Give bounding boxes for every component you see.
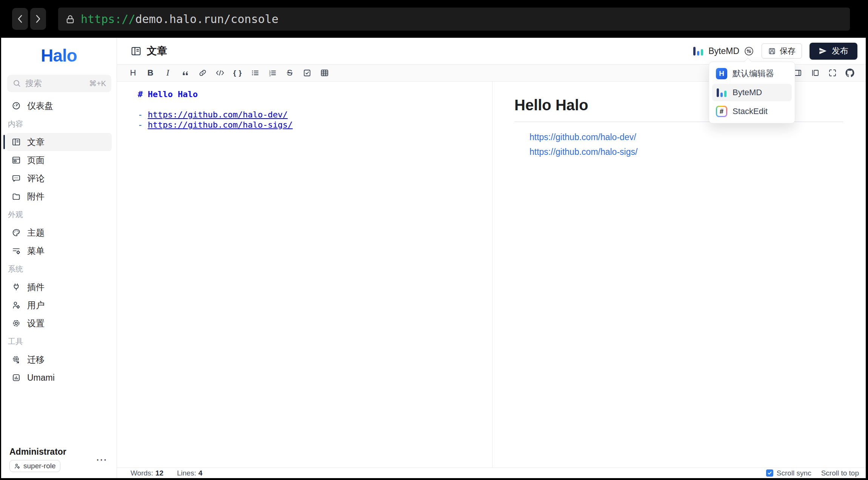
sidebar-item-dashboard[interactable]: 仪表盘 [6,97,112,115]
braces-glyph: { } [233,69,242,77]
sidebar-item-comments[interactable]: 评论 [6,169,112,187]
svg-text:3: 3 [269,74,271,77]
editor-switcher-label: ByteMD [708,46,739,56]
dropdown-item-label: StackEdit [733,106,768,116]
dropdown-item-bytemd[interactable]: ByteMD [712,84,792,101]
sidebar-item-attachments[interactable]: 附件 [6,187,112,205]
md-link[interactable]: https://github.com/halo-sigs/ [148,120,293,130]
code-block-button[interactable]: { } [233,67,242,79]
sidebar-item-pages[interactable]: 页面 [6,151,112,169]
sidebar-item-umami[interactable]: Umami [6,369,112,387]
comment-icon [12,174,21,183]
gauge-icon [12,101,21,110]
publish-button[interactable]: 发布 [810,43,857,60]
word-count-value: 12 [155,469,163,477]
editor-workspace: # Hello Halo - https://github.com/halo-d… [117,82,866,468]
check-icon [767,471,772,475]
url-host: demo.halo.run/console [135,12,279,26]
sidebar-item-label: 用户 [27,299,45,311]
save-button-label: 保存 [780,46,796,56]
header-actions: ByteMD 保存 发布 [693,43,857,60]
fullscreen-button[interactable] [828,67,837,79]
scroll-sync-label: Scroll sync [777,469,811,477]
sidebar-item-label: 迁移 [27,354,45,366]
md-list-line: - https://github.com/halo-sigs/ [138,120,481,130]
strikethrough-button[interactable]: S [285,67,294,79]
palette-icon [12,228,21,237]
github-link-button[interactable] [845,67,854,79]
chevron-left-icon [16,14,24,24]
markdown-preview: Hello Halo https://github.com/halo-dev/ … [492,82,866,468]
md-link[interactable]: https://github.com/halo-dev/ [148,110,288,119]
url-text: https://demo.halo.run/console [81,12,279,26]
url-scheme: https:// [81,12,135,26]
table-button[interactable] [320,67,329,79]
blockquote-button[interactable] [180,67,190,79]
sidebar-item-label: Umami [27,373,55,383]
sidebar-item-migration[interactable]: 迁移 [6,350,112,369]
sidebar-item-plugins[interactable]: 插件 [6,278,112,296]
address-bar[interactable]: https://demo.halo.run/console [58,8,850,31]
gear-icon [12,319,21,328]
sidebar-item-label: 仪表盘 [27,100,53,112]
sidebar-item-themes[interactable]: 主题 [6,224,112,242]
bold-button[interactable]: B [146,67,155,79]
link-icon [198,68,207,77]
md-list-marker: - [138,120,148,130]
heading-button[interactable]: H [128,67,138,79]
markdown-editor[interactable]: # Hello Halo - https://github.com/halo-d… [117,82,492,468]
word-count-label: Words: [131,469,153,477]
toc-toggle-button[interactable] [810,67,820,79]
lock-icon [65,14,75,25]
page-icon [12,156,21,165]
strikethrough-glyph: S [287,68,292,78]
logo[interactable]: Halo [1,38,117,73]
heading-glyph: H [130,68,136,78]
search-input[interactable] [25,79,85,88]
list-item: https://github.com/halo-sigs/ [529,147,843,157]
github-icon [845,68,854,77]
sidebar-item-label: 文章 [27,136,45,148]
italic-button[interactable]: I [163,67,172,79]
task-checkbox-icon [303,68,312,77]
sidebar-item-label: 插件 [27,281,45,293]
user-menu-button[interactable]: ⋯ [96,453,108,466]
browser-forward-button[interactable] [30,8,46,30]
word-count: Words:12 [131,469,163,477]
sidebar-item-users[interactable]: 用户 [6,296,112,314]
preview-link[interactable]: https://github.com/halo-dev/ [529,132,636,142]
md-list-marker: - [138,110,148,119]
sidebar: Halo ⌘+K 仪表盘 内容 文章 页面 评论 [1,38,117,478]
sidebar-item-settings[interactable]: 设置 [6,314,112,332]
sidebar-footer: Administrator super-role ⋯ [1,441,117,478]
task-list-button[interactable] [302,67,312,79]
scroll-sync-checkbox[interactable] [766,469,773,477]
sidebar-item-posts[interactable]: 文章 [6,133,112,151]
editor-switcher[interactable]: ByteMD [693,45,754,57]
md-blank-line [138,99,481,110]
analytics-icon [12,373,21,382]
editor-statusbar: Words:12 Lines:4 Scroll sync Scroll to t… [117,468,866,478]
unordered-list-button[interactable] [250,67,260,79]
section-label-system: 系统 [1,260,117,278]
ordered-list-button[interactable]: 123 [268,67,277,79]
code-icon [215,68,225,77]
scroll-to-top-button[interactable]: Scroll to top [821,469,859,477]
dropdown-item-label: ByteMD [733,88,762,97]
sidebar-item-label: 页面 [27,154,45,166]
dropdown-item-default-editor[interactable]: H 默认编辑器 [712,65,792,82]
current-user-name: Administrator [9,447,108,457]
scroll-sync-toggle[interactable]: Scroll sync [766,469,811,477]
halo-editor-icon: H [716,68,727,79]
dropdown-item-stackedit[interactable]: # StackEdit [712,103,792,120]
swap-vertical-icon [744,46,754,56]
save-button[interactable]: 保存 [762,43,802,59]
preview-link[interactable]: https://github.com/halo-sigs/ [529,147,637,157]
search-box[interactable]: ⌘+K [7,75,111,92]
folder-icon [12,192,21,201]
link-button[interactable] [198,67,207,79]
publish-button-label: 发布 [832,45,848,57]
browser-back-button[interactable] [12,8,28,30]
code-button[interactable] [215,67,225,79]
sidebar-item-menus[interactable]: 菜单 [6,242,112,260]
